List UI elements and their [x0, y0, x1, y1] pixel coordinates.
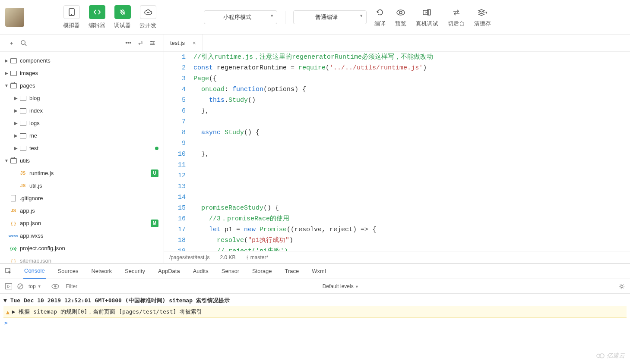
twisty-icon: ▼	[3, 83, 9, 88]
item-label: utils	[20, 157, 30, 164]
folder-components[interactable]: ▶components	[0, 54, 164, 67]
devtools-tab-storage[interactable]: Storage	[251, 264, 273, 279]
filter-input[interactable]	[64, 282, 317, 291]
folder-index[interactable]: ▶index	[0, 104, 164, 117]
svg-point-4	[399, 11, 402, 14]
folder-pages[interactable]: ▼pages	[0, 79, 164, 92]
twisty-icon: ▶	[3, 58, 9, 63]
编译-button[interactable]: 编译	[374, 7, 386, 28]
devtools-tab-sensor[interactable]: Sensor	[221, 264, 240, 279]
mode-select[interactable]: 小程序模式	[204, 10, 277, 24]
divider	[285, 11, 285, 24]
清缓存-button[interactable]: ▾清缓存	[474, 7, 491, 28]
devtools-tab-wxml[interactable]: Wxml	[311, 264, 327, 279]
settings-icon[interactable]	[619, 283, 625, 289]
file-app.json[interactable]: { }app.jsonM	[0, 217, 164, 229]
file-util.js[interactable]: JSutil.js	[0, 179, 164, 192]
status-badge: M	[151, 220, 158, 227]
collapse-button[interactable]: ⇄	[134, 37, 146, 49]
bug-icon	[114, 5, 131, 19]
twisty-icon: ▶	[13, 146, 19, 151]
cloud-icon	[140, 5, 156, 19]
file-sitemap.json[interactable]: { }sitemap.json	[0, 254, 164, 263]
compile-select[interactable]: 普通编译	[293, 10, 367, 24]
watermark: 亿速云	[596, 352, 625, 360]
editor-tab[interactable]: test.js ×	[164, 35, 203, 51]
console-warning-line[interactable]: ▲ ▶ 根据 sitemap 的规则[0]，当前页面 [pages/test/t…	[3, 306, 627, 318]
folder-blog[interactable]: ▶blog	[0, 92, 164, 104]
编辑器-button[interactable]: 编辑器	[89, 5, 105, 29]
file-icon	[9, 195, 17, 202]
context-select[interactable]: top ▼	[28, 283, 46, 289]
切后台-button[interactable]: 切后台	[448, 7, 465, 28]
warning-icon: ▲	[6, 309, 9, 315]
console-log-line[interactable]: ▼ Tue Dec 10 2019 12:52:01 GMT+0800 (中国标…	[3, 295, 627, 306]
devtools-tab-audits[interactable]: Audits	[192, 264, 209, 279]
clear-icon[interactable]	[17, 283, 23, 289]
item-label: runtime.js	[29, 170, 54, 176]
devtools-tab-trace[interactable]: Trace	[284, 264, 300, 279]
twisty-icon: ▶	[13, 96, 19, 100]
item-label: sitemap.json	[20, 257, 51, 263]
search-button[interactable]	[17, 37, 29, 49]
云开发-button[interactable]: 云开发	[139, 5, 156, 29]
code-icon	[89, 5, 105, 19]
folder-images[interactable]: ▶images	[0, 67, 164, 79]
item-label: logs	[29, 120, 40, 126]
svg-line-17	[19, 285, 22, 288]
folder-utils[interactable]: ▼utils	[0, 154, 164, 167]
folder-test[interactable]: ▶test	[0, 142, 164, 154]
svg-point-13	[151, 41, 152, 42]
live-icon[interactable]	[51, 284, 59, 289]
file-runtime.js[interactable]: JSruntime.jsU	[0, 167, 164, 179]
item-label: .gitignore	[20, 195, 43, 201]
file-app.wxss[interactable]: wxssapp.wxss	[0, 229, 164, 242]
item-label: app.js	[20, 207, 35, 214]
console-filter-bar: ▷ top ▼ Default levels ▼	[0, 279, 630, 294]
item-label: images	[20, 70, 38, 76]
git-branch[interactable]: ᚼ master*	[246, 254, 268, 260]
预览-button[interactable]: 预览	[395, 7, 406, 28]
js-icon: JS	[19, 182, 27, 190]
settings-button[interactable]	[146, 37, 158, 49]
console-prompt[interactable]: >	[3, 318, 627, 328]
file-.gitignore[interactable]: .gitignore	[0, 192, 164, 204]
item-label: blog	[29, 95, 40, 101]
folder-me[interactable]: ▶me	[0, 129, 164, 142]
真机调试-button[interactable]: 真机调试	[416, 7, 438, 28]
svg-point-8	[21, 41, 25, 44]
svg-point-20	[621, 285, 623, 287]
folder-icon	[9, 157, 17, 165]
play-icon[interactable]: ▷	[5, 283, 12, 289]
code-content[interactable]: //引入runtime.js，注意这里的regeneratorRuntime必须…	[193, 52, 630, 251]
avatar[interactable]	[5, 8, 24, 27]
devtools-tab-security[interactable]: Security	[124, 264, 146, 279]
devtools-tab-appdata[interactable]: AppData	[157, 264, 181, 279]
close-tab-icon[interactable]: ×	[193, 40, 196, 46]
file-project.config.json[interactable]: {o}project.config.json	[0, 242, 164, 254]
devtools-tab-network[interactable]: Network	[90, 264, 113, 279]
cfg-icon: {o}	[9, 245, 17, 252]
inspect-icon[interactable]	[5, 268, 12, 275]
device-icon	[423, 7, 431, 18]
folder-logs[interactable]: ▶logs	[0, 117, 164, 129]
folder-icon	[9, 69, 17, 77]
add-file-button[interactable]: ＋	[5, 37, 17, 49]
file-app.js[interactable]: JSapp.js	[0, 204, 164, 217]
more-button[interactable]: •••	[122, 37, 134, 49]
devtools-tab-console[interactable]: Console	[23, 264, 46, 279]
folder-icon	[9, 82, 17, 90]
svg-point-7	[425, 12, 427, 13]
svg-rect-12	[150, 44, 155, 44]
folder-icon	[9, 57, 17, 65]
levels-select[interactable]: Default levels ▼	[323, 283, 359, 289]
模拟器-button[interactable]: 模拟器	[63, 5, 80, 29]
item-label: util.js	[29, 182, 42, 189]
twisty-icon: ▶	[3, 71, 9, 75]
调试器-button[interactable]: 调试器	[114, 5, 131, 29]
folder-icon	[19, 107, 27, 115]
js-icon: JS	[9, 207, 17, 215]
top-toolbar: 模拟器编辑器调试器云开发 小程序模式 普通编译 编译预览真机调试切后台 ▾清缓存	[0, 0, 630, 35]
devtools-tab-sources[interactable]: Sources	[57, 264, 79, 279]
item-label: project.config.json	[20, 245, 65, 251]
